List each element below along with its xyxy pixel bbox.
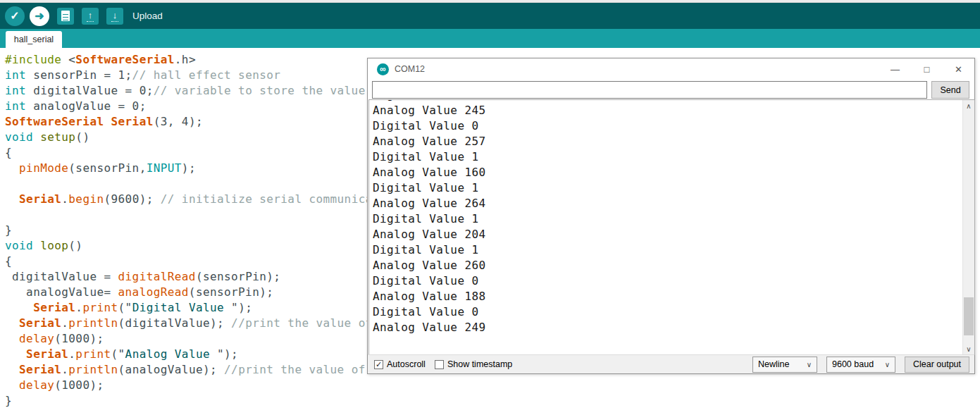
code-line: pinMode(sensorPin,INPUT); — [5, 161, 373, 176]
serial-output-line: Analog Value 204 — [373, 227, 962, 242]
code-line: int sensorPin = 1;// hall effect sensor — [5, 68, 373, 83]
line-ending-select[interactable]: Newline ∨ — [752, 357, 817, 373]
output-scrollbar[interactable]: ∧ ∨ — [962, 100, 974, 354]
code-line: void loop() — [5, 238, 373, 254]
baud-rate-select[interactable]: 9600 baud ∨ — [826, 357, 895, 373]
code-line: { — [5, 254, 373, 269]
serial-output-line: Analog Value 160 — [373, 165, 962, 180]
scrollbar-thumb[interactable] — [964, 297, 974, 335]
serial-output-line: Digital Value 0 — [373, 304, 962, 320]
upload-button[interactable]: ➜ — [30, 6, 49, 26]
close-button[interactable]: ✕ — [943, 58, 974, 80]
serial-output-line: Digital Value 1 — [373, 211, 962, 227]
document-icon — [61, 11, 70, 21]
tab-hall-serial[interactable]: hall_serial — [6, 31, 62, 48]
save-button[interactable]: ↓ — [106, 8, 123, 25]
send-button[interactable]: Send — [931, 81, 969, 99]
code-line — [5, 176, 373, 192]
code-line: SoftwareSerial Serial(3, 4); — [5, 114, 373, 130]
code-line: digitalValue = digitalRead(sensorPin); — [5, 269, 373, 285]
code-line: Serial.println(digitalValue); //print th… — [5, 316, 373, 331]
window-title: COM12 — [395, 64, 425, 74]
serial-output-line: Analog Value 188 — [373, 289, 962, 304]
arduino-logo-icon: ∞ — [377, 63, 389, 75]
upload-arrow-icon: ➜ — [35, 11, 44, 22]
code-line: Serial.begin(9600); // initialize serial… — [5, 192, 373, 207]
code-line: int analogValue = 0; — [5, 99, 373, 114]
code-line: delay(1000); — [5, 378, 373, 393]
autoscroll-label: Autoscroll — [387, 359, 426, 369]
line-ending-value: Newline — [758, 359, 789, 369]
scroll-up-icon[interactable]: ∧ — [963, 100, 974, 111]
serial-output-line: Digital Value 1 — [373, 180, 962, 196]
scroll-down-icon[interactable]: ∨ — [963, 343, 974, 354]
serial-output-line: Analog Value 264 — [373, 196, 962, 211]
serial-output-text: Digital Value 0Analog Value 245Digital V… — [373, 99, 962, 335]
minimize-button[interactable]: — — [879, 58, 911, 80]
code-line: delay(1000); — [5, 331, 373, 347]
code-line: #include <SoftwareSerial.h> — [5, 52, 373, 68]
clear-output-button[interactable]: Clear output — [905, 357, 969, 373]
serial-output-line: Analog Value 245 — [373, 103, 962, 118]
checkbox-checked-icon: ✓ — [374, 360, 383, 369]
statusbar-right-controls: Newline ∨ 9600 baud ∨ Clear output — [752, 357, 969, 373]
toolbar-hover-label: Upload — [132, 11, 163, 21]
serial-output-line: Analog Value 257 — [373, 134, 962, 149]
code-line: { — [5, 145, 373, 161]
code-line: Serial.print("Digital Value "); — [5, 300, 373, 316]
code-line — [5, 207, 373, 223]
chevron-down-icon: ∨ — [807, 361, 812, 368]
open-up-arrow-icon: ↑ — [87, 11, 94, 22]
checkbox-unchecked-icon — [435, 360, 444, 369]
verify-check-icon: ✓ — [10, 11, 19, 22]
serial-monitor-window: ∞ COM12 — □ ✕ Send Digital Value 0Analog… — [367, 58, 975, 374]
send-row: Send — [368, 80, 974, 100]
serial-output-line: Digital Value 0 — [373, 273, 962, 289]
show-timestamp-label: Show timestamp — [447, 359, 512, 369]
code-line: void setup() — [5, 130, 373, 145]
show-timestamp-checkbox[interactable]: Show timestamp — [435, 359, 512, 369]
new-sketch-button[interactable] — [57, 8, 74, 25]
serial-output-line: Digital Value 0 — [373, 118, 962, 134]
tab-bar: hall_serial — [0, 29, 980, 48]
serial-output: Digital Value 0Analog Value 245Digital V… — [368, 99, 975, 355]
code-line: Serial.println(analogValue); //print the… — [5, 362, 373, 378]
serial-monitor-statusbar: ✓ Autoscroll Show timestamp Newline ∨ 96… — [368, 354, 974, 373]
autoscroll-checkbox[interactable]: ✓ Autoscroll — [374, 359, 426, 369]
save-down-arrow-icon: ↓ — [111, 11, 119, 22]
code-line: } — [5, 223, 373, 238]
code-line: int digitalValue = 0;// variable to stor… — [5, 83, 373, 99]
serial-output-line: Analog Value 249 — [373, 320, 962, 335]
open-button[interactable]: ↑ — [82, 8, 99, 25]
code-line: analogValue= analogRead(sensorPin); — [5, 285, 373, 300]
code-line: } — [5, 393, 373, 409]
toolbar: ✓ ➜ ↑ ↓ Upload — [0, 3, 980, 29]
verify-button[interactable]: ✓ — [5, 6, 25, 26]
serial-output-line: Digital Value 1 — [373, 242, 962, 258]
serial-monitor-titlebar[interactable]: ∞ COM12 — □ ✕ — [368, 58, 974, 80]
sketch-code: #include <SoftwareSerial.h>int sensorPin… — [5, 52, 373, 409]
baud-rate-value: 9600 baud — [832, 359, 874, 369]
chevron-down-icon: ∨ — [885, 361, 890, 368]
code-line: Serial.print("Analog Value "); — [5, 347, 373, 362]
window-controls: — □ ✕ — [879, 58, 974, 80]
serial-output-line: Analog Value 260 — [373, 258, 962, 273]
serial-input[interactable] — [372, 81, 927, 99]
serial-output-line: Digital Value 1 — [373, 149, 962, 165]
maximize-button[interactable]: □ — [911, 58, 943, 80]
arduino-ide: ✓ ➜ ↑ ↓ Upload hall_serial #include <Sof… — [0, 0, 980, 415]
